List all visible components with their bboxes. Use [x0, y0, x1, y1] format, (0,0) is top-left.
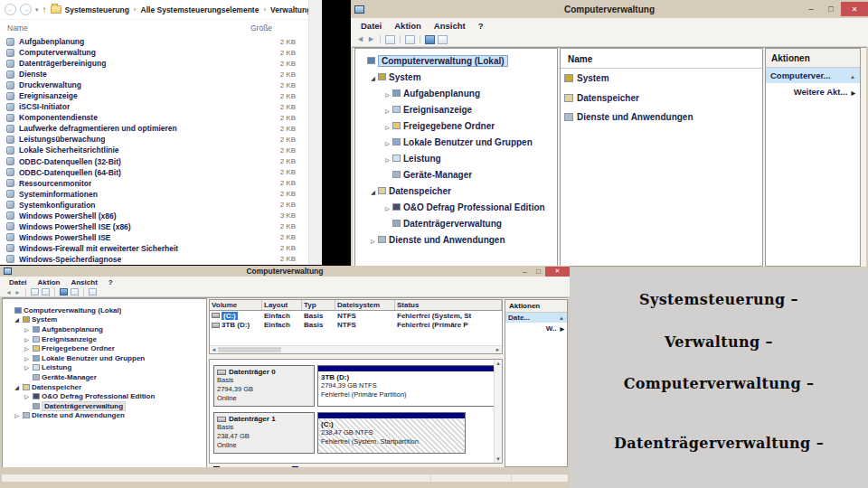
tree-item-datenspeicher[interactable]: Datenspeicher — [355, 183, 557, 199]
list-item[interactable]: ODBC-Datenquellen (32-Bit)2 KB — [0, 156, 308, 167]
collapse-icon[interactable] — [559, 314, 564, 322]
breadcrumb-item-verwaltung[interactable]: Verwaltung — [270, 5, 308, 14]
help-icon[interactable] — [60, 288, 68, 296]
list-item[interactable]: Systemkonfiguration2 KB — [0, 200, 308, 211]
expander-icon[interactable] — [23, 325, 31, 333]
list-item[interactable]: iSCSI-Initiator2 KB — [0, 101, 308, 112]
minimize-icon[interactable] — [801, 5, 821, 14]
menu-datei[interactable]: Datei — [4, 278, 33, 286]
tree-item-aufgabenplanung[interactable]: Aufgabenplanung — [3, 324, 206, 334]
menu-aktion[interactable]: Aktion — [33, 278, 66, 286]
expander-icon[interactable] — [383, 202, 392, 212]
help-icon[interactable] — [425, 35, 435, 44]
list-item[interactable]: Dienste2 KB — [0, 69, 308, 80]
volume-row[interactable]: (C:)EinfachBasisNTFSFehlerfrei (System, … — [210, 311, 502, 321]
tree-item-ereignisanzeige[interactable]: Ereignisanzeige — [3, 334, 206, 344]
list-item[interactable]: Leistungsüberwachung2 KB — [0, 134, 308, 145]
maximize-icon[interactable] — [532, 267, 545, 276]
list-item[interactable]: Windows PowerShell (x86)3 KB — [0, 211, 308, 221]
back-icon[interactable] — [5, 4, 16, 15]
partition-3tb-d[interactable]: 3TB (D:)2794,39 GB NTFSFehlerfrei (Primä… — [317, 365, 495, 407]
expander-icon[interactable] — [23, 363, 31, 371]
tree-item-datenträgerverwaltung[interactable]: Datenträgerverwaltung — [3, 401, 206, 411]
tree-item-o-o-defrag-professional-edition[interactable]: O&O Defrag Professional Edition — [355, 199, 557, 215]
list-item[interactable]: Windows PowerShell ISE (x86)2 KB — [0, 221, 308, 232]
titlebar[interactable]: Computerverwaltung — [351, 0, 868, 18]
close-icon[interactable] — [841, 2, 868, 16]
list-item-dienste-und-anwendungen[interactable]: Dienste und Anwendungen — [561, 108, 762, 127]
list-item[interactable]: Windows PowerShell ISE2 KB — [0, 232, 308, 243]
maximize-icon[interactable] — [821, 5, 841, 14]
back-icon[interactable] — [356, 35, 364, 43]
scroll-up-icon[interactable] — [495, 361, 502, 366]
export-list-icon[interactable] — [405, 35, 415, 44]
list-item[interactable]: Ereignisanzeige2 KB — [0, 90, 308, 101]
expander-icon[interactable] — [369, 72, 377, 82]
menu-help[interactable]: ? — [103, 278, 118, 286]
refresh-icon[interactable] — [89, 288, 97, 296]
properties-icon[interactable] — [42, 288, 50, 296]
expander-icon[interactable] — [13, 383, 21, 391]
forward-icon[interactable] — [367, 35, 375, 43]
column-header-size[interactable]: Größe — [250, 23, 272, 33]
column-header-layout[interactable]: Layout — [262, 300, 302, 310]
breadcrumb-item-alle-systemsteuerungselemente[interactable]: Alle Systemsteuerungselemente — [141, 5, 259, 14]
list-item[interactable]: Systeminformationen2 KB — [0, 189, 308, 200]
up-icon[interactable] — [42, 5, 47, 14]
action-pane-toggle-icon[interactable] — [71, 288, 79, 296]
list-item[interactable]: Windows-Firewall mit erweiterter Sicherh… — [0, 243, 308, 254]
explorer-scrollbar[interactable] — [308, 0, 322, 265]
expander-icon[interactable] — [13, 315, 21, 324]
list-item[interactable]: Laufwerke defragmentieren und optimieren… — [0, 123, 308, 134]
tree-item-freigegebene-ordner[interactable]: Freigegebene Ordner — [355, 117, 557, 134]
tree-item-datenspeicher[interactable]: Datenspeicher — [3, 382, 206, 392]
forward-icon[interactable] — [20, 4, 32, 15]
scroll-left-icon[interactable] — [210, 347, 218, 352]
scroll-down-icon[interactable] — [495, 456, 502, 462]
menu-datei[interactable]: Datei — [354, 21, 388, 31]
tree-item-ereignisanzeige[interactable]: Ereignisanzeige — [355, 101, 557, 117]
menu-help[interactable]: ? — [472, 21, 490, 31]
horizontal-scrollbar[interactable] — [210, 345, 502, 353]
column-header-dateisystem[interactable]: Dateisystem — [335, 300, 395, 310]
volume-row[interactable]: 3TB (D:)EinfachBasisNTFSFehlerfrei (Prim… — [210, 321, 502, 331]
expander-icon[interactable] — [23, 335, 31, 343]
minimize-icon[interactable] — [518, 267, 532, 276]
expander-icon[interactable] — [369, 186, 377, 196]
tree-item-dienste-und-anwendungen[interactable]: Dienste und Anwendungen — [3, 411, 206, 421]
tree-item-leistung[interactable]: Leistung — [3, 363, 206, 373]
list-item[interactable]: Ressourcenmonitor2 KB — [0, 178, 308, 189]
expander-icon[interactable] — [369, 235, 377, 245]
scrollbar-thumb[interactable] — [218, 347, 281, 352]
tree-item-lokale-benutzer-und-gruppen[interactable]: Lokale Benutzer und Gruppen — [3, 353, 206, 363]
recent-locations-dropdown-icon[interactable] — [35, 6, 39, 14]
list-item-system[interactable]: System — [561, 69, 762, 89]
column-header-volume[interactable]: Volume — [210, 300, 262, 310]
expander-icon[interactable] — [383, 154, 392, 164]
column-header-typ[interactable]: Typ — [302, 300, 335, 310]
tree-item-o-o-defrag-professional-edition[interactable]: O&O Defrag Professional Edition — [3, 391, 206, 401]
scroll-right-icon[interactable] — [494, 347, 502, 352]
tree-item-computerverwaltung-lokal[interactable]: Computerverwaltung (Lokal) — [3, 305, 206, 315]
disk-header[interactable]: Datenträger 0Basis2794,39 GBOnline — [213, 365, 315, 407]
tree-item-geräte-manager[interactable]: Geräte-Manager — [3, 372, 206, 382]
expander-icon[interactable] — [23, 392, 31, 400]
list-item[interactable]: ODBC-Datenquellen (64-Bit)2 KB — [0, 167, 308, 178]
console-tree-toggle-icon[interactable] — [31, 288, 39, 296]
actions-more-actions[interactable]: Weitere Akt... — [766, 83, 860, 100]
tree-item-lokale-benutzer-und-gruppen[interactable]: Lokale Benutzer und Gruppen — [355, 134, 557, 150]
action-pane-toggle-icon[interactable] — [438, 35, 448, 44]
expander-icon[interactable] — [13, 411, 21, 419]
column-header-name[interactable]: Name — [561, 49, 762, 69]
list-item-datenspeicher[interactable]: Datenspeicher — [561, 89, 762, 108]
expander-icon[interactable] — [383, 105, 392, 115]
list-item[interactable]: Windows-Speicherdiagnose2 KB — [0, 254, 308, 265]
list-item[interactable]: Lokale Sicherheitsrichtlinie2 KB — [0, 145, 308, 155]
expander-icon[interactable] — [383, 121, 392, 131]
tree-item-computerverwaltung-lokal[interactable]: Computerverwaltung (Lokal) — [355, 52, 557, 69]
disk-header[interactable]: Datenträger 1Basis238,47 GBOnline — [213, 412, 315, 454]
list-item[interactable]: Druckverwaltung2 KB — [0, 80, 308, 90]
vertical-scrollbar[interactable] — [494, 360, 502, 463]
list-item[interactable]: Komponentendienste2 KB — [0, 112, 308, 123]
menu-ansicht[interactable]: Ansicht — [65, 278, 102, 286]
